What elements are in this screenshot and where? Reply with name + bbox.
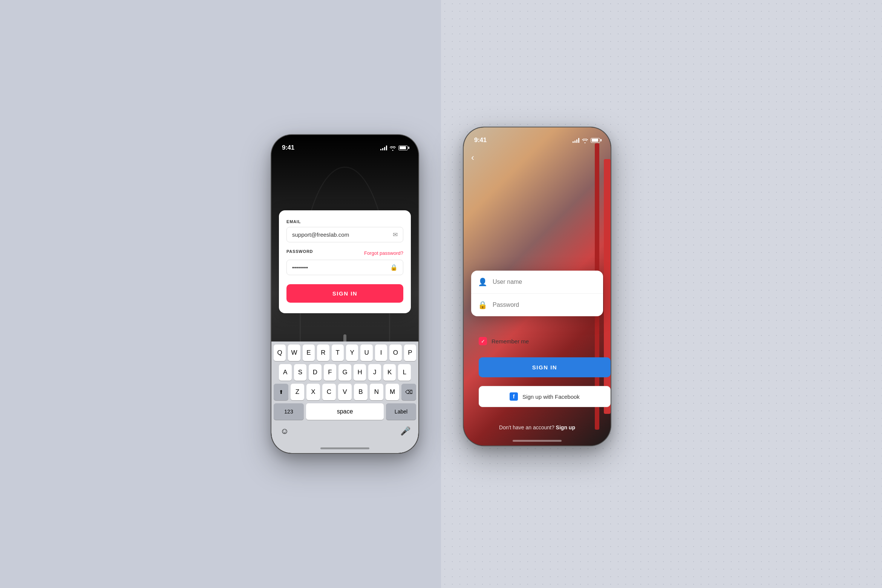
right-screen: 9:41 xyxy=(464,127,611,446)
wifi-icon xyxy=(390,145,396,150)
key-r[interactable]: R xyxy=(317,345,329,361)
facebook-label: Sign up with Facebook xyxy=(522,394,580,400)
key-q[interactable]: Q xyxy=(274,345,286,361)
left-screen: 9:41 xyxy=(271,135,418,453)
keyboard-row-2: A S D F G H J K L xyxy=(274,364,416,381)
signal-icon xyxy=(380,145,387,150)
username-input[interactable] xyxy=(493,279,596,285)
key-h[interactable]: H xyxy=(354,364,366,381)
remember-me-row[interactable]: ✓ Remember me xyxy=(471,332,536,351)
right-sign-up-link[interactable]: Sign up xyxy=(556,424,575,430)
right-home-indicator xyxy=(513,440,562,442)
facebook-icon: f xyxy=(510,392,518,401)
right-time: 9:41 xyxy=(474,136,487,144)
key-f[interactable]: F xyxy=(324,364,337,381)
sign-in-button[interactable]: SIGN IN xyxy=(286,284,403,303)
home-indicator xyxy=(320,447,369,449)
right-phone: 9:41 xyxy=(464,127,611,446)
forgot-password-link[interactable]: Forgot password? xyxy=(364,250,403,256)
keyboard: Q W E R T Y U I O P A S D F G H xyxy=(271,341,418,453)
scene: 9:41 xyxy=(0,0,882,588)
figure-silhouette xyxy=(343,334,346,342)
password-lock-icon: 🔒 xyxy=(478,300,487,309)
key-z[interactable]: Z xyxy=(291,384,304,400)
username-field[interactable]: 👤 xyxy=(471,271,603,294)
key-k[interactable]: K xyxy=(383,364,396,381)
key-w[interactable]: W xyxy=(288,345,300,361)
email-label: EMAIL xyxy=(286,219,403,224)
shift-key[interactable]: ⬆ xyxy=(274,384,288,400)
key-m[interactable]: M xyxy=(386,384,399,400)
remember-checkbox[interactable]: ✓ xyxy=(479,337,487,345)
key-u[interactable]: U xyxy=(360,345,372,361)
key-v[interactable]: V xyxy=(338,384,352,400)
key-c[interactable]: C xyxy=(322,384,336,400)
key-x[interactable]: X xyxy=(306,384,320,400)
emoji-key[interactable]: ☺ xyxy=(275,423,294,439)
battery-icon xyxy=(398,145,408,150)
keyboard-row-1: Q W E R T Y U I O P xyxy=(274,345,416,361)
key-i[interactable]: I xyxy=(375,345,387,361)
password-field-row[interactable]: 🔒 xyxy=(286,260,403,275)
left-status-bar: 9:41 xyxy=(271,135,418,155)
key-d[interactable]: D xyxy=(309,364,322,381)
right-battery-icon xyxy=(591,138,600,143)
right-bottom-text: Don't have an account? Sign up xyxy=(464,424,611,430)
key-n[interactable]: N xyxy=(370,384,383,400)
back-button[interactable]: ‹ xyxy=(471,152,474,163)
password-input-right[interactable] xyxy=(493,302,596,308)
left-login-card: EMAIL ✉ PASSWORD Forgot password? 🔒 SIGN… xyxy=(279,210,411,313)
password-input[interactable] xyxy=(292,264,390,271)
right-sign-in-button[interactable]: SIGN IN xyxy=(479,357,611,377)
lock-icon: 🔒 xyxy=(390,264,398,271)
key-t[interactable]: T xyxy=(332,345,344,361)
email-icon: ✉ xyxy=(393,231,398,238)
password-header: PASSWORD Forgot password? xyxy=(286,249,403,257)
left-phone: 9:41 xyxy=(271,135,418,453)
right-signal-icon xyxy=(573,138,579,143)
right-wifi-icon xyxy=(582,138,588,142)
right-status-bar: 9:41 xyxy=(464,127,611,148)
user-icon: 👤 xyxy=(478,277,487,286)
mic-key[interactable]: 🎤 xyxy=(396,423,415,439)
key-a[interactable]: A xyxy=(279,364,292,381)
key-j[interactable]: J xyxy=(368,364,381,381)
key-b[interactable]: B xyxy=(354,384,368,400)
done-key[interactable]: Label xyxy=(386,403,416,420)
password-field[interactable]: 🔒 xyxy=(471,294,603,316)
left-time: 9:41 xyxy=(282,144,294,152)
right-login-card: 👤 🔒 xyxy=(471,271,603,316)
keyboard-extras: ☺ 🎤 xyxy=(274,423,416,439)
key-y[interactable]: Y xyxy=(346,345,358,361)
remember-label: Remember me xyxy=(492,338,529,345)
key-g[interactable]: G xyxy=(338,364,351,381)
key-s[interactable]: S xyxy=(294,364,307,381)
left-status-icons xyxy=(380,145,408,150)
keyboard-row-3: ⬆ Z X C V B N M ⌫ xyxy=(274,384,416,400)
key-o[interactable]: O xyxy=(389,345,401,361)
key-l[interactable]: L xyxy=(398,364,411,381)
right-status-icons xyxy=(573,138,600,143)
space-key[interactable]: space xyxy=(306,403,384,420)
backspace-key[interactable]: ⌫ xyxy=(401,384,416,400)
numbers-key[interactable]: 123 xyxy=(274,403,304,420)
key-e[interactable]: E xyxy=(303,345,315,361)
password-label: PASSWORD xyxy=(286,249,313,254)
facebook-button[interactable]: f Sign up with Facebook xyxy=(479,386,611,407)
email-input[interactable] xyxy=(292,231,393,238)
keyboard-bottom-row: 123 space Label xyxy=(274,403,416,420)
email-field-row[interactable]: ✉ xyxy=(286,227,403,242)
key-p[interactable]: P xyxy=(404,345,416,361)
